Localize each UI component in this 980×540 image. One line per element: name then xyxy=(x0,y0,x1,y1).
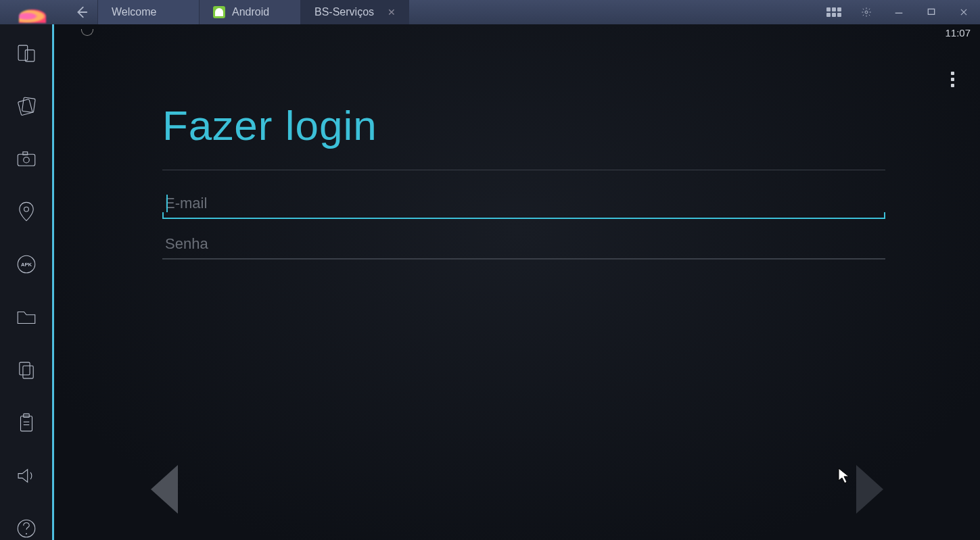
android-screen: 11:07 Fazer login xyxy=(54,24,980,540)
tab-label: Welcome xyxy=(112,6,156,18)
overflow-menu-button[interactable] xyxy=(944,65,961,94)
overflow-dot-icon xyxy=(951,72,954,75)
notification-indicator-icon xyxy=(81,29,93,36)
shared-folder-button[interactable] xyxy=(13,305,40,328)
tab-label: BS-Serviços xyxy=(314,6,374,18)
keyboard-icon xyxy=(826,7,841,17)
volume-button[interactable] xyxy=(13,464,40,487)
minimize-button[interactable] xyxy=(883,0,915,24)
login-title: Fazer login xyxy=(162,101,885,149)
android-icon xyxy=(213,6,225,18)
svg-rect-5 xyxy=(18,99,32,116)
svg-point-8 xyxy=(23,157,29,164)
next-button[interactable] xyxy=(845,459,892,520)
svg-rect-3 xyxy=(18,45,28,60)
apk-install-button[interactable]: APK xyxy=(13,253,40,276)
text-caret xyxy=(166,195,168,212)
location-button[interactable] xyxy=(13,200,40,223)
svg-rect-15 xyxy=(20,416,32,431)
tab-bs-servicos[interactable]: BS-Serviços ✕ xyxy=(300,0,409,24)
help-icon xyxy=(15,517,38,540)
folder-icon xyxy=(15,306,38,329)
camera-icon xyxy=(15,147,38,170)
overflow-dot-icon xyxy=(951,78,954,81)
svg-rect-13 xyxy=(19,362,29,375)
email-input[interactable] xyxy=(162,188,885,219)
svg-rect-14 xyxy=(22,366,32,378)
email-field-wrapper xyxy=(162,188,885,219)
svg-text:APK: APK xyxy=(20,262,32,268)
tab-close-icon[interactable]: ✕ xyxy=(381,7,396,18)
maximize-icon xyxy=(926,7,937,18)
svg-point-20 xyxy=(25,533,26,535)
password-field-wrapper xyxy=(162,228,885,260)
svg-rect-7 xyxy=(18,154,35,166)
clock: 11:07 xyxy=(945,27,971,39)
overflow-dot-icon xyxy=(951,84,954,87)
paste-icon xyxy=(15,412,38,435)
svg-rect-16 xyxy=(23,414,29,417)
close-window-button[interactable] xyxy=(948,0,980,24)
title-divider xyxy=(162,170,885,170)
previous-button[interactable] xyxy=(142,459,189,520)
volume-icon xyxy=(15,464,38,487)
titlebar: Welcome Android BS-Serviços ✕ xyxy=(0,0,980,24)
password-input[interactable] xyxy=(162,228,885,260)
minimize-icon xyxy=(893,7,904,18)
triangle-right-icon xyxy=(847,461,890,518)
rotate-button[interactable] xyxy=(13,95,40,118)
keyboard-button[interactable] xyxy=(818,0,850,24)
rotate-icon xyxy=(15,95,38,118)
close-icon xyxy=(959,7,969,17)
app-logo xyxy=(0,0,65,24)
maximize-button[interactable] xyxy=(915,0,948,24)
window-controls xyxy=(818,0,980,24)
tab-strip: Welcome Android BS-Serviços ✕ xyxy=(97,0,409,24)
devices-button[interactable] xyxy=(13,42,40,65)
back-arrow-icon xyxy=(74,5,89,20)
triangle-left-icon xyxy=(144,461,187,518)
svg-rect-4 xyxy=(25,50,34,62)
svg-point-10 xyxy=(24,207,28,212)
copy-icon xyxy=(15,359,38,382)
tab-label: Android xyxy=(232,6,269,18)
gear-icon xyxy=(861,7,872,18)
tab-android[interactable]: Android xyxy=(199,0,300,24)
copy-button[interactable] xyxy=(13,359,40,382)
svg-point-0 xyxy=(865,11,868,14)
location-icon xyxy=(15,200,38,223)
login-form: Fazer login xyxy=(54,41,980,269)
wizard-nav xyxy=(54,459,980,520)
apk-icon: APK xyxy=(15,253,38,276)
settings-button[interactable] xyxy=(850,0,883,24)
emulator-sidebar: APK xyxy=(0,24,54,540)
android-statusbar: 11:07 xyxy=(54,24,980,41)
paste-button[interactable] xyxy=(13,412,40,435)
tab-welcome[interactable]: Welcome xyxy=(97,0,199,24)
help-button[interactable] xyxy=(13,517,40,540)
screenshot-button[interactable] xyxy=(13,147,40,170)
back-button[interactable] xyxy=(65,0,97,24)
devices-icon xyxy=(15,42,38,65)
svg-rect-2 xyxy=(928,9,934,14)
